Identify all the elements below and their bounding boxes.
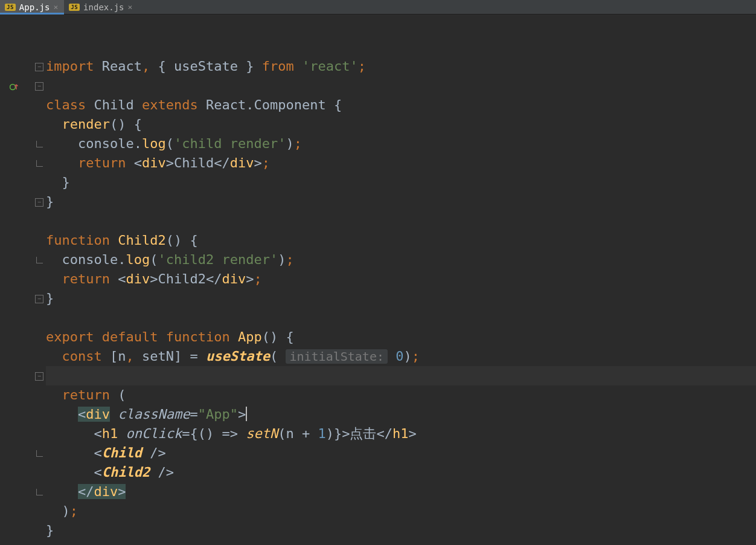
js-file-icon: JS (5, 4, 16, 11)
run-indicator-icon (10, 82, 19, 92)
tab-app-js[interactable]: JS App.js × (0, 0, 64, 14)
code-editor[interactable]: import React, { useState } from 'react';… (46, 15, 756, 545)
editor-gutter: − − − − − (0, 15, 46, 545)
js-file-icon: JS (69, 4, 80, 11)
fold-end-icon (35, 140, 43, 149)
fold-end-icon (35, 488, 43, 497)
current-line-highlight (46, 366, 756, 385)
text-caret (246, 407, 247, 421)
editor-tab-bar: JS App.js × JS index.js × (0, 0, 756, 15)
fold-toggle-icon[interactable]: − (35, 82, 43, 91)
close-icon[interactable]: × (128, 2, 133, 11)
tab-label: index.js (83, 2, 124, 12)
fold-end-icon (35, 256, 43, 265)
fold-toggle-icon[interactable]: − (35, 295, 43, 303)
fold-toggle-icon[interactable]: − (35, 198, 43, 207)
svg-point-0 (10, 85, 16, 90)
fold-toggle-icon[interactable]: − (35, 372, 43, 381)
fold-end-icon (35, 450, 43, 458)
fold-end-icon (35, 160, 43, 168)
tab-label: App.js (19, 2, 50, 12)
parameter-hint: initialState: (286, 349, 388, 364)
tab-index-js[interactable]: JS index.js × (64, 0, 138, 14)
fold-toggle-icon[interactable]: − (35, 63, 43, 71)
close-icon[interactable]: × (53, 2, 58, 11)
